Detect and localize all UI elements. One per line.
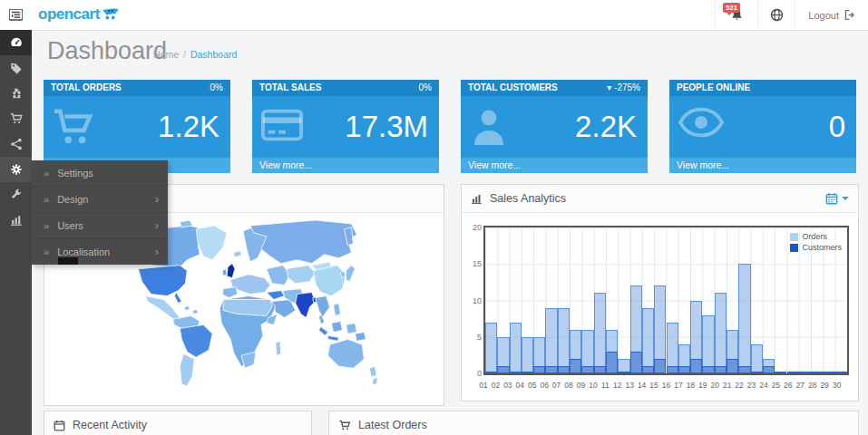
- x-tick-label: 15: [649, 381, 658, 390]
- bar-slot: [545, 227, 557, 373]
- menu-item-users[interactable]: »Users ›: [32, 213, 168, 239]
- bar-slot: [823, 227, 834, 373]
- menu-item-settings[interactable]: »Settings: [32, 160, 168, 187]
- x-tick-label: 20: [710, 381, 718, 390]
- angle-double-right-icon: »: [44, 194, 49, 205]
- sales-analytics-chart: Orders Customers 05101520 01020304050607…: [462, 213, 858, 401]
- customers-bar: [522, 372, 533, 373]
- customers-bar: [763, 366, 775, 373]
- flyout-edge-tab: [58, 257, 78, 265]
- sidebar-nav: [0, 30, 32, 435]
- x-tick-label: 10: [589, 381, 597, 390]
- bar-slot: [738, 227, 750, 373]
- orders-bar: [594, 293, 606, 373]
- x-tick-label: 24: [759, 381, 767, 390]
- sign-out-icon: [844, 9, 855, 21]
- bar-slot: [727, 227, 738, 373]
- breadcrumb-home-link[interactable]: Home: [153, 49, 179, 60]
- calendar-icon: [54, 420, 65, 431]
- logout-label: Logout: [808, 10, 839, 21]
- customers-bar: [642, 366, 654, 373]
- sidebar-toggle-button[interactable]: [0, 0, 32, 30]
- bar-slot: [775, 227, 786, 373]
- notifications-button[interactable]: 521: [715, 0, 757, 30]
- tile-header: TOTAL ORDERS 0%: [44, 80, 230, 96]
- menu-item-label: Users: [57, 220, 83, 231]
- date-range-button[interactable]: [825, 192, 849, 205]
- orders-bar: [751, 344, 763, 373]
- system-flyout-menu: »Settings »Design › »Users › »Localisati…: [32, 160, 168, 265]
- tile-value: 1.2K: [158, 110, 219, 144]
- breadcrumb-current-link[interactable]: Dashboard: [190, 49, 237, 60]
- view-more-link[interactable]: View more...: [461, 158, 648, 173]
- x-tick-label: 13: [625, 381, 633, 390]
- x-tick-label: 03: [503, 381, 512, 390]
- x-tick-label: 30: [833, 381, 841, 390]
- x-tick-label: 18: [687, 381, 695, 390]
- sidebar-item-extensions[interactable]: [0, 81, 32, 106]
- view-more-link[interactable]: View more...: [669, 158, 856, 173]
- credit-card-icon: [261, 107, 303, 143]
- tile-total-customers: TOTAL CUSTOMERS ▾ -275% 2.2K View more..…: [461, 80, 648, 173]
- map-regions[interactable]: [139, 220, 378, 386]
- view-more-link[interactable]: View more...: [252, 158, 439, 173]
- latest-orders-title: Latest Orders: [358, 419, 427, 431]
- bar-slot: [510, 227, 522, 373]
- chevron-right-icon: ›: [155, 187, 159, 212]
- globe-icon: [770, 8, 784, 22]
- sidebar-item-sales[interactable]: [0, 106, 32, 131]
- system-gear-icon: [10, 163, 23, 176]
- opencart-logo[interactable]: opencart: [38, 5, 119, 24]
- orders-bar: [545, 308, 557, 373]
- shopping-cart-icon: [338, 420, 351, 431]
- tile-change: 0%: [419, 80, 432, 96]
- x-tick-label: 14: [638, 381, 646, 390]
- marketing-share-icon: [10, 138, 23, 150]
- bar-slot: [581, 227, 593, 373]
- x-tick-label: 16: [662, 381, 670, 390]
- dashboard-icon: [10, 36, 23, 49]
- x-tick-label: 29: [820, 381, 828, 390]
- customers-bar: [570, 359, 581, 373]
- customers-bar: [702, 366, 714, 373]
- sidebar-item-reports[interactable]: [0, 208, 32, 233]
- sidebar-item-tools[interactable]: [0, 182, 32, 208]
- menu-item-localisation[interactable]: »Localisation ›: [32, 239, 168, 265]
- sales-analytics-title: Sales Analytics: [490, 192, 566, 205]
- sidebar-item-marketing[interactable]: [0, 131, 32, 157]
- tile-change: 0%: [210, 80, 223, 96]
- store-front-button[interactable]: [757, 0, 795, 30]
- sidebar-item-catalog[interactable]: [0, 55, 32, 81]
- bar-slot: [642, 227, 654, 373]
- customers-bar: [558, 366, 570, 373]
- opencart-admin-dashboard: { "colors": { "accent_blue": "#2ba7e0", …: [0, 0, 868, 435]
- tile-change: ▾ -275%: [607, 80, 640, 96]
- orders-bar: [738, 264, 750, 373]
- bar-slot: [678, 227, 690, 373]
- tile-value: 17.3M: [345, 110, 428, 144]
- tile-body: 0: [669, 96, 856, 158]
- x-tick-label: 02: [492, 381, 500, 390]
- customers-bar: [510, 372, 522, 373]
- customers-bar: [667, 366, 678, 373]
- sidebar-item-system[interactable]: [0, 157, 32, 182]
- bar-slot: [558, 227, 570, 373]
- orders-bar: [642, 308, 654, 373]
- menu-item-label: Localisation: [57, 246, 110, 257]
- bar-slot: [606, 227, 618, 373]
- orders-bar: [510, 323, 522, 373]
- logout-button[interactable]: Logout: [795, 0, 868, 30]
- menu-item-design[interactable]: »Design ›: [32, 187, 168, 213]
- customers-bar: [654, 359, 666, 373]
- customers-bar: [606, 352, 618, 373]
- bar-slot: [751, 227, 763, 373]
- sidebar-item-dashboard[interactable]: [0, 30, 32, 55]
- sales-analytics-panel: Sales Analytics Orders Customers: [461, 184, 859, 401]
- chevron-down-icon: [842, 197, 849, 204]
- tile-body: 17.3M: [252, 96, 439, 158]
- customers-bar: [618, 372, 629, 373]
- orders-bar: [485, 323, 497, 373]
- x-tick-label: 19: [698, 381, 707, 390]
- tile-title: TOTAL CUSTOMERS: [468, 80, 558, 96]
- x-tick-label: 08: [564, 381, 572, 390]
